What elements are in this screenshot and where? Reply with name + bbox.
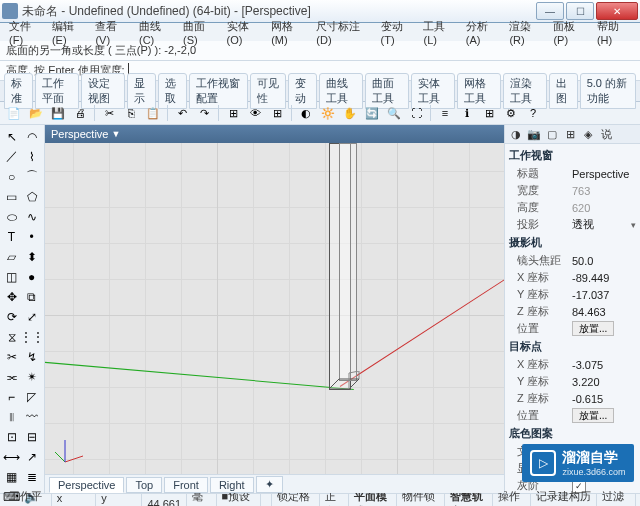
value-proj[interactable]: 透视 [572,217,631,232]
status-osnap[interactable]: 物件锁点 [397,494,445,506]
value-tgtx[interactable]: -3.075 [572,359,636,371]
render-icon[interactable]: 🔆 [318,103,338,123]
panel-tab-material-icon[interactable]: ◈ [581,127,595,141]
viewport-tab-add[interactable]: ✦ [256,476,283,493]
status-filter[interactable]: 过滤器 [597,494,636,506]
scale-icon[interactable]: ⤢ [22,307,41,326]
circle-icon[interactable]: ○ [2,167,21,186]
menu-help[interactable]: 帮助(H) [592,19,636,46]
offset-icon[interactable]: ⫴ [2,407,21,426]
menu-curve[interactable]: 曲线(C) [134,19,178,46]
group-icon[interactable]: ⊡ [2,427,21,446]
minimize-button[interactable]: — [536,2,564,20]
rect-icon[interactable]: ▭ [2,187,21,206]
trim-icon[interactable]: ✂ [2,347,21,366]
setview-icon[interactable]: 👁 [245,103,265,123]
status-history[interactable]: 记录建构历史 [531,494,597,506]
chamfer-icon[interactable]: ◸ [22,387,41,406]
array-icon[interactable]: ⋮⋮ [22,327,41,346]
dim-icon[interactable]: ⟷ [2,447,21,466]
curve-icon[interactable]: ∿ [22,207,41,226]
redo-icon[interactable]: ↷ [194,103,214,123]
value-tgtz[interactable]: -0.615 [572,393,636,405]
open-icon[interactable]: 📂 [26,103,46,123]
leader-icon[interactable]: ↗ [22,447,41,466]
menu-solid[interactable]: 实体(O) [222,19,267,46]
zoom-icon[interactable]: 🔍 [384,103,404,123]
join-icon[interactable]: ⫘ [2,367,21,386]
rotate-icon[interactable]: 🔄 [362,103,382,123]
menu-edit[interactable]: 编辑(E) [47,19,91,46]
explode-icon[interactable]: ✴ [22,367,41,386]
menu-surface[interactable]: 曲面(S) [178,19,222,46]
zoomext-icon[interactable]: ⛶ [406,103,426,123]
blend-icon[interactable]: 〰 [22,407,41,426]
ellipse-icon[interactable]: ⬭ [2,207,21,226]
status-gumball[interactable]: 操作轴 [493,494,532,506]
chevron-down-icon[interactable]: ▾ [631,220,636,230]
viewport-tab-top[interactable]: Top [126,477,162,493]
split-icon[interactable]: ↯ [22,347,41,366]
box-icon[interactable]: ◫ [2,267,21,286]
menu-view[interactable]: 查看(V) [90,19,134,46]
menu-panels[interactable]: 面板(P) [548,19,592,46]
menu-file[interactable]: 文件(F) [4,19,47,46]
close-button[interactable]: ✕ [596,2,638,20]
maximize-button[interactable]: ☐ [566,2,594,20]
tab-drafting[interactable]: 出图 [549,73,578,109]
viewport-tab-perspective[interactable]: Perspective [49,477,124,493]
hatch-icon[interactable]: ▦ [2,467,21,486]
4view-icon[interactable]: ⊞ [267,103,287,123]
shade-icon[interactable]: ◐ [296,103,316,123]
panel-tab-display-icon[interactable]: ▢ [545,127,559,141]
viewport-tab-right[interactable]: Right [210,477,254,493]
value-camy[interactable]: -17.037 [572,289,636,301]
layer2-icon[interactable]: ≣ [22,467,41,486]
value-title[interactable]: Perspective [572,168,636,180]
pan-icon[interactable]: ✋ [340,103,360,123]
status-ortho[interactable]: 正交 [320,494,349,506]
menu-tools[interactable]: 工具(L) [418,19,460,46]
surface-icon[interactable]: ▱ [2,247,21,266]
menu-analyze[interactable]: 分析(A) [461,19,505,46]
status-preset[interactable]: ■预设值 [217,494,261,506]
tab-new50[interactable]: 5.0 的新功能 [580,73,636,109]
place-camera-button[interactable]: 放置... [572,321,614,336]
panel-tab-props-icon[interactable]: ◑ [509,127,523,141]
status-gridsnap[interactable]: 锁定格点 [272,494,320,506]
mirror-icon[interactable]: ⧖ [2,327,21,346]
menu-mesh[interactable]: 网格(M) [266,19,311,46]
grid-icon[interactable]: ⊞ [479,103,499,123]
point-icon[interactable]: • [22,227,41,246]
pointer-icon[interactable]: ↖ [2,127,21,146]
menu-transform[interactable]: 变动(T) [376,19,419,46]
text-icon[interactable]: T [2,227,21,246]
panel-tab-camera-icon[interactable]: 📷 [527,127,541,141]
polyline-icon[interactable]: ⌇ [22,147,41,166]
fillet-icon[interactable]: ⌐ [2,387,21,406]
value-tgty[interactable]: 3.220 [572,376,636,388]
value-camz[interactable]: 84.463 [572,306,636,318]
options-icon[interactable]: ⚙ [501,103,521,123]
ungroup-icon[interactable]: ⊟ [22,427,41,446]
new-icon[interactable]: 📄 [4,103,24,123]
panel-tab-layer-icon[interactable]: ⊞ [563,127,577,141]
line-icon[interactable]: ／ [2,147,21,166]
rotate2-icon[interactable]: ⟳ [2,307,21,326]
extrude-icon[interactable]: ⬍ [22,247,41,266]
status-cplane[interactable]: 工作平面 [4,494,52,506]
viewport-tab-front[interactable]: Front [164,477,208,493]
polygon-icon[interactable]: ⬠ [22,187,41,206]
cplane-icon[interactable]: ⊞ [223,103,243,123]
print-icon[interactable]: 🖨 [70,103,90,123]
move-icon[interactable]: ✥ [2,287,21,306]
copy-icon[interactable]: ⎘ [121,103,141,123]
sphere-icon[interactable]: ● [22,267,41,286]
layer-icon[interactable]: ≡ [435,103,455,123]
panel-tab-notes-icon[interactable]: 说 [599,127,613,141]
copy2-icon[interactable]: ⧉ [22,287,41,306]
save-icon[interactable]: 💾 [48,103,68,123]
place-target-button[interactable]: 放置... [572,408,614,423]
help-icon[interactable]: ? [523,103,543,123]
value-camx[interactable]: -89.449 [572,272,636,284]
